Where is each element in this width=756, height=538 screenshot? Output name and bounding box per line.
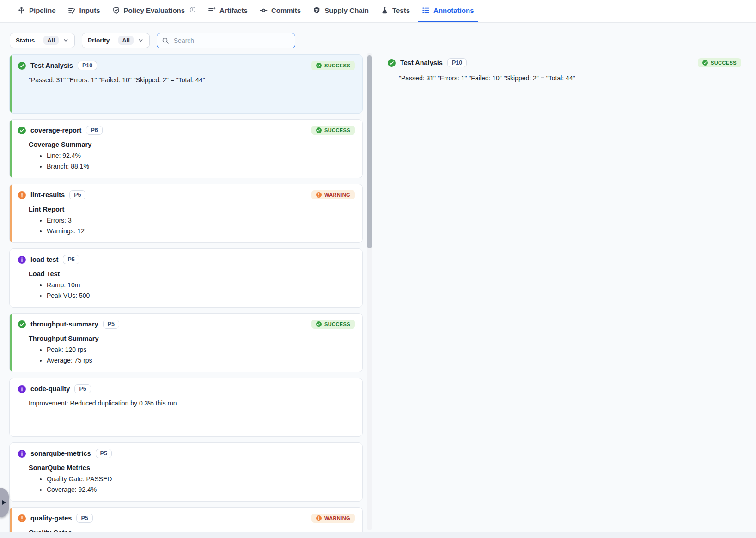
success-badge-icon [316,127,322,133]
success-status-icon [18,320,26,328]
annotation-heading: Coverage Summary [29,141,355,148]
list-icon [422,6,430,14]
priority-filter[interactable]: Priority All [82,33,150,48]
annotation-title: throughput-summary [30,320,98,328]
warning-badge-icon [316,515,322,521]
success-status-icon [18,127,26,134]
status-badge: SUCCESS [311,61,355,70]
priority-badge: P5 [103,320,119,329]
annotation-card[interactable]: load-test P5 Load Test Ramp: 10m Peak VU… [9,248,363,308]
tab-label: Inputs [79,6,100,14]
info-status-icon [18,450,26,458]
success-badge-icon [316,321,322,327]
annotation-body: "Passed: 31" "Errors: 1" "Failed: 10" "S… [29,76,355,84]
divider [114,37,114,44]
bullet-item: Peak: 120 rps [47,345,355,355]
annotation-card[interactable]: Test Analysis P10 SUCCESS "Passed: 31" "… [9,54,363,114]
shield-nodes-icon [313,6,321,14]
annotation-title: coverage-report [30,127,81,134]
status-badge: SUCCESS [698,58,741,67]
annotation-heading: Lint Report [29,206,355,213]
bullet-item: Average: 75 rps [47,355,355,366]
bullet-list: Ramp: 10m Peak VUs: 500 [18,280,355,301]
bullet-list: Line: 92.4% Branch: 88.1% [18,151,355,172]
inputs-icon [68,6,76,14]
tab-label: Tests [392,6,410,14]
detail-body: "Passed: 31" "Errors: 1" "Failed: 10" "S… [399,74,741,82]
tab-artifacts[interactable]: Artifacts [204,0,251,22]
chevron-down-icon [63,37,69,43]
bullet-list: Errors: 3 Warnings: 12 [18,215,355,236]
bullet-list: Quality Gate: PASSED Coverage: 92.4% [18,474,355,495]
annotation-body: Improvement: Reduced duplication by 0.3%… [29,399,355,407]
annotation-heading: SonarQube Metrics [29,464,355,472]
tab-annotations[interactable]: Annotations [418,0,478,22]
priority-badge: P5 [76,514,92,523]
status-badge: SUCCESS [311,320,355,329]
tab-commits[interactable]: Commits [256,0,305,22]
arrow-right-icon [2,500,6,505]
status-badge: WARNING [311,190,355,199]
tab-pipeline[interactable]: Pipeline [14,0,60,22]
bullet-item: Peak VUs: 500 [47,290,355,301]
info-status-icon [18,256,26,264]
priority-filter-label: Priority [88,37,110,44]
bullet-item: Branch: 88.1% [47,161,355,172]
annotation-title: Test Analysis [30,62,73,69]
priority-badge: P10 [447,58,467,67]
success-status-icon [18,62,26,70]
pipeline-icon [18,6,25,14]
priority-badge: P6 [86,126,102,135]
annotation-card[interactable]: sonarqube-metrics P5 SonarQube Metrics Q… [9,442,363,502]
priority-badge: P5 [96,449,112,458]
scrollbar-thumb[interactable] [367,55,372,248]
info-icon[interactable] [189,6,196,14]
bullet-item: Line: 92.4% [47,151,355,161]
search-icon [162,37,169,44]
bullet-item: Coverage: 92.4% [47,484,355,495]
search-box[interactable] [157,33,295,48]
tab-label: Supply Chain [324,6,369,14]
tab-policy-evaluations[interactable]: Policy Evaluations [109,0,200,22]
annotation-title: lint-results [30,191,65,199]
annotation-card[interactable]: quality-gates P5 WARNING Quality Gates [9,507,363,532]
priority-badge: P5 [69,190,85,199]
annotation-card[interactable]: lint-results P5 WARNING Lint Report Erro… [9,184,363,243]
warning-status-icon [18,514,26,522]
tab-inputs[interactable]: Inputs [64,0,104,22]
bullet-list: Peak: 120 rps Average: 75 rps [18,345,355,366]
annotation-card[interactable]: code-quality P5 Improvement: Reduced dup… [9,378,363,437]
divider [39,37,39,44]
bullet-item: Errors: 3 [47,215,355,226]
tab-supply-chain[interactable]: Supply Chain [309,0,372,22]
annotations-list: Test Analysis P10 SUCCESS "Passed: 31" "… [9,54,363,532]
tab-label: Annotations [433,6,474,14]
info-status-icon [18,385,26,393]
priority-badge: P5 [74,384,91,393]
shield-check-icon [112,6,120,14]
annotation-heading: Throughput Summary [29,335,355,342]
annotations-panel: Test Analysis P10 SUCCESS "Passed: 31" "… [0,51,756,532]
status-filter-value: All [43,36,59,45]
tab-label: Policy Evaluations [124,6,185,14]
annotation-heading: Quality Gates [29,529,355,532]
search-input[interactable] [173,36,290,45]
success-status-icon [388,59,396,67]
success-badge-icon [316,63,322,68]
status-filter-label: Status [16,37,35,44]
status-filter[interactable]: Status All [10,33,75,48]
artifacts-icon [208,6,216,14]
bullet-item: Ramp: 10m [47,280,355,290]
commit-icon [260,6,268,14]
annotation-title: load-test [30,256,58,263]
detail-title: Test Analysis [400,59,443,66]
annotation-card[interactable]: throughput-summary P5 SUCCESS Throughput… [9,313,363,372]
annotation-card[interactable]: coverage-report P6 SUCCESS Coverage Summ… [9,119,363,178]
annotation-detail: Test Analysis P10 SUCCESS "Passed: 31" "… [378,51,756,532]
expand-drawer-button[interactable] [0,488,9,517]
priority-badge: P5 [63,255,79,264]
scrollbar[interactable] [367,53,372,530]
tab-tests[interactable]: Tests [377,0,414,22]
filters-toolbar: Status All Priority All [0,23,756,51]
flask-icon [381,6,389,14]
